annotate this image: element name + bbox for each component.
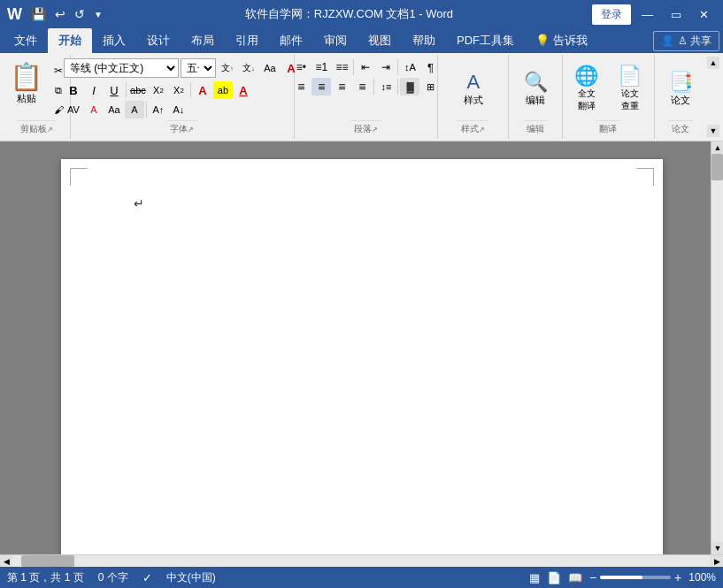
show-marks-button[interactable]: ¶ (420, 58, 440, 76)
font-expand-icon[interactable]: ↗ (188, 126, 194, 134)
highlight-button[interactable]: ab (213, 81, 233, 99)
save-quick-btn[interactable]: 💾 (27, 5, 50, 23)
multilevel-button[interactable]: ≡≡ (332, 58, 351, 76)
ribbon-scroll-down[interactable]: ▼ (707, 125, 719, 137)
styles-expand-icon[interactable]: ↗ (479, 126, 485, 134)
sort-button[interactable]: ↕A (400, 58, 419, 76)
paper-check-button[interactable]: 📄 论文 查重 (610, 60, 650, 117)
spell-check-icon[interactable]: ✓ (142, 571, 152, 584)
tab-review[interactable]: 审阅 (313, 28, 358, 53)
bold-button[interactable]: B (64, 81, 83, 99)
align-right-button[interactable]: ≡ (332, 78, 351, 95)
minimize-button[interactable]: — (635, 2, 660, 27)
ribbon-scroll-up[interactable]: ▲ (707, 57, 719, 69)
paper-button[interactable]: 📑 论文 (661, 66, 701, 111)
redo-quick-btn[interactable]: ↺ (71, 5, 88, 23)
outdent-button[interactable]: ⇤ (356, 58, 375, 76)
tab-view[interactable]: 视图 (358, 28, 402, 53)
line-spacing-button[interactable]: ↕≡ (376, 78, 396, 95)
font-color-button[interactable]: A (234, 81, 253, 99)
shading-button[interactable]: ▓ (400, 78, 419, 95)
tab-layout[interactable]: 布局 (181, 28, 225, 53)
enlarge-btn[interactable]: A↑ (149, 101, 168, 118)
share-button[interactable]: 👤 ♙ 共享 (653, 31, 719, 51)
indent-button[interactable]: ⇥ (376, 58, 396, 76)
styles-group-label[interactable]: 样式 ↗ (458, 120, 488, 137)
paper-group-label[interactable]: 论文 (668, 120, 693, 137)
text-effect-button[interactable]: A (193, 81, 212, 99)
scroll-thumb[interactable] (711, 154, 723, 180)
editing-icon: 🔍 (524, 71, 548, 94)
font-size-select[interactable]: 五号 (181, 58, 216, 78)
restore-button[interactable]: ▭ (664, 2, 688, 27)
bullets-button[interactable]: ≡• (291, 58, 311, 76)
border-button[interactable]: ⊞ (420, 78, 440, 95)
italic-button[interactable]: I (84, 81, 104, 99)
paragraph-expand-icon[interactable]: ↗ (372, 126, 378, 134)
tab-references[interactable]: 引用 (225, 28, 269, 53)
zoom-in-btn[interactable]: + (674, 570, 681, 584)
zoom-out-btn[interactable]: − (589, 570, 596, 584)
highlight2-button[interactable]: Aa (104, 101, 124, 118)
document-page[interactable]: ↵ (61, 159, 663, 554)
underline-button[interactable]: U (104, 81, 124, 99)
horizontal-scrollbar[interactable]: ◀ ▶ (0, 554, 723, 567)
ribbon-group-paper: 📑 论文 论文 (655, 55, 707, 139)
tab-insert[interactable]: 插入 (92, 28, 136, 53)
h-scroll-track[interactable] (12, 555, 711, 567)
zoom-level[interactable]: 100% (688, 571, 716, 584)
scroll-down-arrow[interactable]: ▼ (711, 542, 723, 554)
clipboard-expand-icon[interactable]: ↗ (47, 126, 53, 134)
full-translate-button[interactable]: 🌐 全文 翻译 (566, 60, 606, 117)
justify-button[interactable]: ≡ (352, 78, 372, 95)
char-spacing-button[interactable]: AV (64, 101, 83, 118)
customize-quick-btn[interactable]: ▼ (90, 8, 106, 21)
document-area[interactable]: ↵ (0, 141, 723, 554)
layout-print-icon[interactable]: ▦ (529, 571, 540, 584)
zoom-slider[interactable] (600, 576, 671, 579)
font-color2-button[interactable]: A (84, 101, 104, 118)
cut-icon: ✂ (54, 65, 63, 77)
shading2-button[interactable]: A (125, 101, 144, 118)
vertical-scrollbar[interactable]: ▲ ▼ (711, 141, 723, 554)
paste-button[interactable]: 📋 粘贴 (5, 58, 47, 108)
tab-file[interactable]: 文件 (4, 28, 48, 53)
login-button[interactable]: 登录 (592, 4, 631, 25)
h-scroll-right-arrow[interactable]: ▶ (711, 555, 723, 568)
paste-icon: 📋 (10, 61, 42, 92)
superscript-button[interactable]: X2 (169, 81, 188, 99)
shrink-btn2[interactable]: A↓ (169, 101, 188, 118)
numbering-button[interactable]: ≡1 (312, 58, 331, 76)
scroll-up-arrow[interactable]: ▲ (711, 141, 723, 154)
language[interactable]: 中文(中国) (166, 570, 216, 585)
tab-help[interactable]: 帮助 (402, 28, 446, 53)
align-left-button[interactable]: ≡ (291, 78, 311, 95)
tab-mailings[interactable]: 邮件 (269, 28, 313, 53)
subscript-button[interactable]: X2 (149, 81, 168, 99)
word-logo-icon: W (7, 5, 22, 24)
font-group-label[interactable]: 字体 ↗ (166, 120, 197, 137)
change-case-button[interactable]: Aa (260, 59, 280, 77)
h-scroll-left-arrow[interactable]: ◀ (0, 555, 12, 568)
scroll-track[interactable] (711, 154, 723, 542)
tab-tell-me[interactable]: 💡 告诉我 (525, 28, 598, 53)
layout-web-icon[interactable]: 📄 (547, 571, 561, 584)
tab-home[interactable]: 开始 (48, 28, 92, 53)
tab-pdf-tools[interactable]: PDF工具集 (446, 28, 525, 53)
undo-quick-btn[interactable]: ↩ (51, 5, 69, 23)
paragraph-group-label[interactable]: 段落 ↗ (350, 120, 381, 137)
close-button[interactable]: ✕ (692, 2, 716, 27)
font-name-select[interactable]: 等线 (中文正文) (64, 58, 179, 78)
align-center-button[interactable]: ≡ (312, 78, 331, 95)
clipboard-group-label[interactable]: 剪贴板 ↗ (17, 120, 57, 137)
tab-design[interactable]: 设计 (136, 28, 181, 53)
editing-button[interactable]: 🔍 编辑 (516, 66, 556, 111)
translate-group-label[interactable]: 翻译 (596, 120, 620, 137)
layout-read-icon[interactable]: 📖 (568, 571, 582, 584)
editing-group-label[interactable]: 编辑 (523, 120, 548, 137)
strikethrough-button[interactable]: abc (128, 81, 148, 99)
grow-font-button[interactable]: 文↑ (218, 59, 237, 77)
shrink-font-button[interactable]: 文↓ (239, 59, 258, 77)
h-scroll-thumb[interactable] (21, 555, 74, 567)
styles-button[interactable]: A 样式 (454, 66, 493, 111)
